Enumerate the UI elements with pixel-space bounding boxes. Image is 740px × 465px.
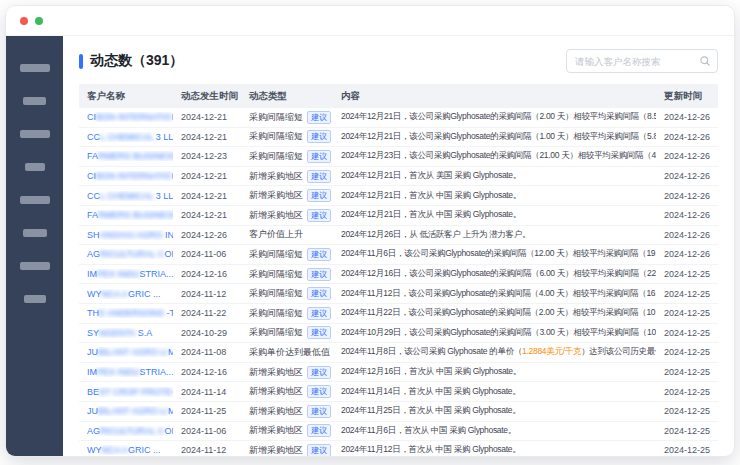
customer-name-prefix: CI xyxy=(87,112,96,122)
sidebar-nav-item-placeholder[interactable] xyxy=(20,196,50,204)
event-type-label: 新增采购地区 xyxy=(249,405,303,418)
suggest-badge: 建议 xyxy=(307,248,331,261)
customer-name-blurred: BILANT AGRO LI xyxy=(98,406,168,416)
customer-name-link[interactable]: IMPEX INDUSTRIA... xyxy=(79,367,173,377)
content-segment: 2024年12月26日，从 低活跃客户 上升为 潜力客户。 xyxy=(341,229,530,239)
customer-name-suffix: STRIA... xyxy=(140,367,173,377)
customer-name-link[interactable]: WYNCA AGRIC ... xyxy=(79,289,173,299)
table-row: FARMERS BUSINESS NET... 2024-12-23 采购间隔缩… xyxy=(79,147,718,167)
table-row: AGRICULTURAL COMPA... 2024-11-06 新增采购地区 … xyxy=(79,422,718,442)
customer-name-link[interactable]: FARMERS BUSINESS NET... xyxy=(79,210,173,220)
event-type-label: 新增采购地区 xyxy=(249,366,303,379)
event-date: 2024-11-08 xyxy=(173,347,241,357)
content-segment: 2024年11月25日，首次从 中国 采购 Glyphosate。 xyxy=(341,405,520,415)
sidebar-nav-item-placeholder[interactable] xyxy=(23,97,46,105)
sidebar-nav-item-placeholder[interactable] xyxy=(25,163,45,171)
customer-name-prefix: WY xyxy=(87,445,102,455)
event-date: 2024-12-26 xyxy=(173,230,241,240)
suggest-badge: 建议 xyxy=(307,307,331,320)
customer-name-blurred: BON INTERNATIO xyxy=(96,112,172,122)
content-text: 2024年12月21日，首次从 美国 采购 Glyphosate。 xyxy=(333,170,656,182)
update-date: 2024-12-25 xyxy=(656,347,718,357)
customer-name-prefix: SH xyxy=(87,230,100,240)
title-accent-bar xyxy=(79,54,83,69)
sidebar-nav-item-placeholder[interactable] xyxy=(24,295,46,303)
column-header-customer: 客户名称 xyxy=(79,90,173,103)
app-window: 动态数（391） 客户名称 动态发生时间 动态类型 内容 更新时间 xyxy=(5,5,735,457)
table-row: CCL CHEMICAL 3 LLC 2024-12-21 新增采购地区 建议 … xyxy=(79,186,718,206)
sidebar-nav-item-placeholder[interactable] xyxy=(20,262,50,270)
content-segment: 2024年10月29日，该公司采购Glyphosate的采购间隔（3.00 天）… xyxy=(341,327,656,337)
customer-name-blurred: PEX INDU xyxy=(97,269,140,279)
customer-name-prefix: WY xyxy=(87,289,102,299)
event-type-cell: 新增采购地区 建议 xyxy=(241,366,333,379)
customer-name-suffix: STRIA... xyxy=(140,269,173,279)
customer-name-link[interactable]: WYNCA AGRIC ... xyxy=(79,445,173,455)
table-row: AGRICULTURAL COMPA... 2024-11-06 采购间隔缩短 … xyxy=(79,245,718,265)
content-segment: 2024年12月21日，首次从 中国 采购 Glyphosate。 xyxy=(341,209,521,219)
sidebar-nav-item-placeholder[interactable] xyxy=(20,64,50,72)
content-highlight: 1.2884美元/千克 xyxy=(522,346,581,356)
customer-name-prefix: CC xyxy=(87,191,100,201)
customer-name-blurred: RICULTURAL C xyxy=(100,249,165,259)
customer-name-prefix: AG xyxy=(87,426,100,436)
content-segment: 2024年11月8日，该公司采购 Glyphosate 的单价（ xyxy=(341,346,522,356)
customer-name-link[interactable]: SYNGENTA S.A xyxy=(79,328,173,338)
event-type-cell: 采购间隔缩短 建议 xyxy=(241,307,333,320)
event-type-cell: 新增采购地区 建议 xyxy=(241,405,333,418)
customer-name-suffix: 3 LLC xyxy=(156,191,173,201)
customer-name-link[interactable]: AGRICULTURAL COMPA... xyxy=(79,426,173,436)
content-segment: 2024年12月16日，该公司采购Glyphosate的采购间隔（6.00 天）… xyxy=(341,268,656,278)
sidebar-nav-item-placeholder[interactable] xyxy=(23,229,47,237)
event-type-label: 新增采购地区 xyxy=(249,189,303,202)
event-date: 2024-11-14 xyxy=(173,387,241,397)
customer-name-link[interactable]: JUBILANT AGRO LIMITED xyxy=(79,347,173,357)
customer-name-prefix: SY xyxy=(87,328,99,338)
update-date: 2024-12-25 xyxy=(656,445,718,455)
sidebar-nav-item-placeholder[interactable] xyxy=(20,130,50,138)
customer-name-link[interactable]: CCL CHEMICAL 3 LLC xyxy=(79,191,173,201)
event-type-cell: 采购间隔缩短 建议 xyxy=(241,326,333,339)
event-type-cell: 采购单价达到最低值 xyxy=(241,346,333,359)
search-box xyxy=(566,49,718,73)
event-date: 2024-11-12 xyxy=(173,289,241,299)
customer-name-link[interactable]: CCL CHEMICAL 3 LLC xyxy=(79,132,173,142)
table-row: IMPEX INDUSTRIA... 2024-12-16 采购间隔缩短 建议 … xyxy=(79,265,718,285)
search-icon[interactable] xyxy=(699,55,711,67)
content-segment: 2024年12月21日，该公司采购Glyphosate的采购间隔（1.00 天）… xyxy=(341,131,656,141)
update-date: 2024-12-25 xyxy=(656,387,718,397)
event-type-label: 采购间隔缩短 xyxy=(249,307,303,320)
update-date: 2024-12-26 xyxy=(656,230,718,240)
event-type-cell: 新增采购地区 建议 xyxy=(241,209,333,222)
suggest-badge: 建议 xyxy=(307,287,331,300)
content-text: 2024年12月21日，首次从 中国 采购 Glyphosate。 xyxy=(333,209,656,221)
suggest-badge: 建议 xyxy=(307,268,331,281)
column-header-update-date: 更新时间 xyxy=(656,90,718,103)
event-type-label: 新增采购地区 xyxy=(249,209,303,222)
customer-name-link[interactable]: CIBON INTERNATIONAL L... xyxy=(79,171,173,181)
event-date: 2024-12-23 xyxy=(173,151,241,161)
event-type-cell: 新增采购地区 建议 xyxy=(241,170,333,183)
content-segment: ）达到该公司历史最低值。 xyxy=(581,346,656,356)
customer-name-link[interactable]: SHANGHAI AGRO INTER... xyxy=(79,230,173,240)
event-type-label: 采购间隔缩短 xyxy=(249,150,303,163)
event-type-label: 采购间隔缩短 xyxy=(249,268,303,281)
window-dot[interactable] xyxy=(20,17,28,25)
customer-name-link[interactable]: AGRICULTURAL COMPA... xyxy=(79,249,173,259)
customer-name-link[interactable]: FARMERS BUSINESS NET... xyxy=(79,151,173,161)
content-segment: 2024年11月12日，该公司采购Glyphosate的采购间隔（4.00 天）… xyxy=(341,288,656,298)
customer-name-link[interactable]: BEST CROP PROTECTIO... xyxy=(79,387,173,397)
content-segment: 2024年11月6日，首次从 中国 采购 Glyphosate。 xyxy=(341,425,516,435)
customer-name-link[interactable]: CIBON INTERNATIONAL L... xyxy=(79,112,173,122)
customer-name-prefix: IM xyxy=(87,269,97,279)
customer-name-prefix: JU xyxy=(87,347,98,357)
search-input[interactable] xyxy=(566,49,718,73)
customer-name-link[interactable]: IMPEX INDUSTRIA... xyxy=(79,269,173,279)
customer-name-link[interactable]: THE ANDERSONS -TIB xyxy=(79,308,173,318)
event-type-cell: 新增采购地区 建议 xyxy=(241,189,333,202)
customer-name-prefix: TH xyxy=(87,308,99,318)
customer-name-link[interactable]: JUBILANT AGRO LIMITED xyxy=(79,406,173,416)
customer-name-suffix: OMPA... xyxy=(165,249,173,259)
event-type-label: 新增采购地区 xyxy=(249,170,303,183)
window-dot[interactable] xyxy=(35,17,43,25)
